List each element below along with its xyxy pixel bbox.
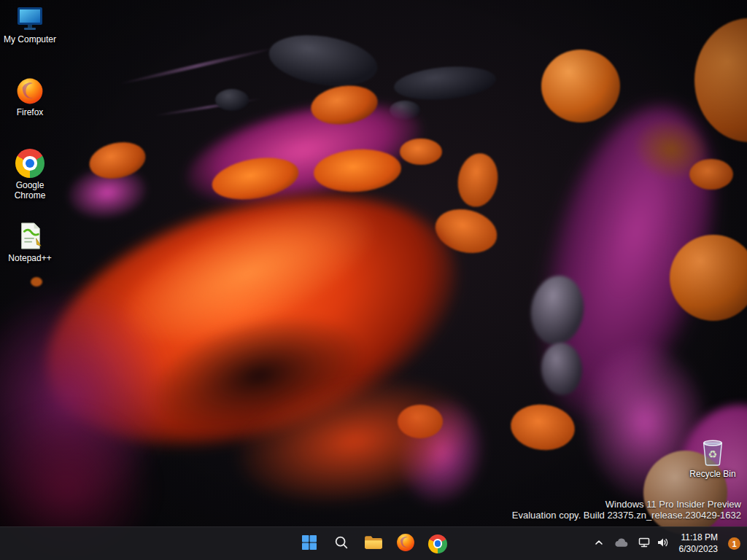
folder-icon — [364, 534, 383, 553]
windows-logo-icon — [301, 534, 318, 554]
search-icon — [333, 534, 349, 553]
firefox-icon — [396, 533, 415, 555]
recycle-bin-icon: ♻ — [699, 436, 727, 467]
desktop-icon-label: My Computer — [4, 35, 56, 45]
cloud-icon — [614, 537, 629, 551]
firefox-taskbar-button[interactable] — [391, 529, 420, 559]
clock-time: 11:18 PM — [679, 532, 718, 544]
onedrive-tray-button[interactable] — [610, 529, 632, 559]
file-explorer-button[interactable] — [359, 529, 388, 559]
notification-badge: 1 — [728, 537, 740, 550]
desktop-icon-label: Recycle Bin — [689, 470, 735, 480]
system-tray: 11:18 PM 6/30/2023 1 — [589, 527, 744, 560]
speaker-icon — [656, 536, 669, 552]
watermark-line2: Evaluation copy. Build 23375.zn_release.… — [512, 510, 741, 521]
taskbar: 11:18 PM 6/30/2023 1 — [0, 526, 747, 560]
desktop[interactable]: My Computer Firefox Google Chrome — [0, 0, 747, 560]
chrome-icon — [15, 149, 44, 178]
show-hidden-icons-button[interactable] — [589, 529, 608, 559]
notepad-plus-plus-icon — [16, 222, 44, 251]
firefox-icon — [16, 77, 44, 105]
desktop-icon-recycle-bin[interactable]: ♻ Recycle Bin — [684, 436, 741, 480]
evaluation-watermark: Windows 11 Pro Insider Preview Evaluatio… — [512, 499, 741, 521]
desktop-icon-label: Google Chrome — [9, 181, 50, 201]
taskbar-clock[interactable]: 11:18 PM 6/30/2023 — [674, 529, 723, 559]
network-volume-button[interactable] — [634, 529, 673, 559]
chrome-taskbar-button[interactable] — [423, 529, 452, 559]
chevron-up-icon — [593, 537, 605, 551]
desktop-icon-notepad-plus-plus[interactable]: Notepad++ — [1, 222, 58, 264]
ethernet-icon — [638, 536, 651, 552]
desktop-icon-firefox[interactable]: Firefox — [1, 77, 58, 118]
notification-center-button[interactable]: 1 — [724, 529, 744, 559]
start-button[interactable] — [295, 529, 324, 559]
wallpaper-image — [0, 0, 747, 560]
svg-text:♻: ♻ — [708, 449, 718, 461]
clock-date: 6/30/2023 — [679, 544, 718, 556]
desktop-icon-label: Firefox — [17, 108, 44, 118]
desktop-icon-label: Notepad++ — [8, 254, 51, 264]
watermark-line1: Windows 11 Pro Insider Preview — [512, 499, 741, 510]
taskbar-center-icons — [295, 527, 452, 560]
my-computer-icon — [15, 6, 45, 32]
desktop-icon-my-computer[interactable]: My Computer — [1, 6, 58, 45]
desktop-icon-google-chrome[interactable]: Google Chrome — [1, 149, 58, 201]
search-button[interactable] — [327, 529, 356, 559]
chrome-icon — [428, 534, 447, 553]
